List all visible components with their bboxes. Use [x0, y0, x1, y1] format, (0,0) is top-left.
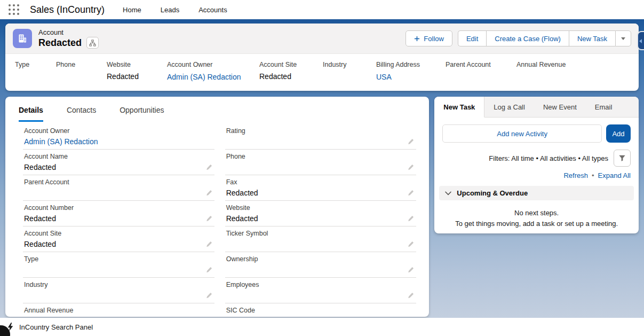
- edit-icon[interactable]: [407, 190, 414, 197]
- field-value: [226, 265, 416, 275]
- edit-icon[interactable]: [205, 241, 212, 248]
- filters-summary: Filters: All time • All activities • All…: [489, 154, 608, 162]
- refresh-link[interactable]: Refresh: [563, 171, 588, 179]
- field-label: Annual Revenue: [24, 307, 213, 314]
- detail-fields: Account OwnerAdmin (SA) RedactionAccount…: [5, 122, 429, 317]
- nav-tab-leads[interactable]: Leads: [161, 6, 179, 14]
- tab-contacts[interactable]: Contacts: [67, 106, 96, 122]
- field-value: [24, 291, 213, 300]
- edit-icon[interactable]: [407, 241, 414, 248]
- detail-field-row: Ownership: [225, 252, 417, 278]
- record-tab-bar: Details Contacts Opportunities: [5, 97, 429, 122]
- tab-details[interactable]: Details: [19, 106, 43, 122]
- detail-field-row: Industry: [23, 278, 214, 303]
- details-card: Details Contacts Opportunities Account O…: [5, 97, 429, 317]
- field-value: Redacted: [226, 214, 416, 223]
- record-header-card: Account Redacted: [5, 24, 639, 91]
- highlight-value-link[interactable]: Admin (SA) Redaction: [167, 73, 241, 81]
- tab-log-a-call[interactable]: Log a Call: [484, 97, 534, 117]
- field-label: Rating: [226, 127, 416, 135]
- field-value-link[interactable]: Admin (SA) Redaction: [24, 137, 98, 146]
- section-title: Upcoming & Overdue: [457, 189, 528, 197]
- edit-icon[interactable]: [407, 164, 414, 171]
- detail-field-row: Employees: [225, 278, 417, 303]
- field-label: Account Name: [24, 153, 213, 160]
- highlight-value: Redacted: [107, 72, 167, 81]
- nav-tab-accounts[interactable]: Accounts: [198, 6, 227, 14]
- edit-icon[interactable]: [407, 292, 414, 299]
- entity-label: Account: [38, 28, 99, 36]
- create-case-button[interactable]: Create a Case (Flow): [486, 30, 569, 46]
- field-value: Redacted: [24, 163, 213, 172]
- highlight-label: Website: [107, 61, 167, 68]
- detail-field-row: Account SiteRedacted: [23, 226, 214, 252]
- detail-field-row: Type: [23, 252, 214, 278]
- plus-icon: [414, 36, 420, 42]
- edit-icon[interactable]: [205, 292, 212, 299]
- tab-opportunities[interactable]: Opportunities: [120, 106, 164, 122]
- more-actions-button[interactable]: [615, 30, 631, 46]
- hierarchy-icon: [89, 40, 96, 46]
- activity-panel: New Task Log a Call New Event Email Add …: [434, 97, 639, 233]
- side-panel-handle[interactable]: [637, 31, 644, 50]
- tab-new-event[interactable]: New Event: [534, 97, 586, 117]
- chevron-down-icon: [621, 37, 625, 40]
- highlight-value: Redacted: [259, 72, 323, 81]
- field-label: Parent Account: [24, 178, 213, 186]
- detail-field-row: Account OwnerAdmin (SA) Redaction: [23, 124, 214, 150]
- building-icon: [17, 33, 28, 44]
- app-title: Sales (InCountry): [30, 4, 105, 15]
- highlight-field: Industry: [323, 61, 376, 82]
- highlight-label: Industry: [323, 61, 376, 68]
- edit-icon[interactable]: [205, 190, 212, 197]
- incountry-search-panel-bar[interactable]: InCountry Search Panel: [0, 318, 644, 336]
- tab-email[interactable]: Email: [586, 97, 622, 117]
- activity-composer: Add new Activity Add: [434, 118, 639, 143]
- nav-tab-bar: Home Leads Accounts: [123, 6, 227, 14]
- field-value: Redacted: [226, 189, 416, 198]
- field-label: Account Owner: [24, 127, 213, 135]
- highlight-label: Annual Revenue: [516, 61, 581, 68]
- activity-links-row: Refresh • Expand All: [434, 167, 639, 179]
- field-value: [226, 291, 416, 300]
- add-button[interactable]: Add: [606, 124, 631, 143]
- add-new-activity-field[interactable]: Add new Activity: [442, 124, 602, 143]
- new-task-button[interactable]: New Task: [569, 30, 615, 46]
- detail-field-row: Annual Revenue: [23, 303, 214, 317]
- record-title-band: Account Redacted: [5, 24, 639, 54]
- nav-tab-home[interactable]: Home: [123, 6, 141, 14]
- upcoming-overdue-section-header[interactable]: Upcoming & Overdue: [439, 186, 634, 200]
- activity-tab-bar: New Task Log a Call New Event Email: [434, 97, 639, 118]
- page-title: Redacted: [38, 37, 82, 49]
- field-value: [226, 137, 416, 146]
- field-label: Account Number: [24, 204, 213, 212]
- highlight-label: Account Site: [259, 61, 323, 68]
- edit-icon[interactable]: [205, 215, 212, 222]
- filter-button[interactable]: [614, 150, 631, 167]
- account-entity-icon: [13, 29, 32, 48]
- field-label: Account Site: [24, 230, 213, 237]
- app-launcher-icon[interactable]: [7, 3, 20, 16]
- highlight-label: Phone: [56, 61, 107, 68]
- highlight-value-link[interactable]: USA: [376, 73, 392, 81]
- funnel-icon: [618, 154, 626, 162]
- account-hierarchy-button[interactable]: [86, 37, 99, 49]
- follow-button[interactable]: Follow: [406, 30, 452, 46]
- highlight-field: Parent Account: [446, 61, 516, 82]
- tab-new-task[interactable]: New Task: [434, 97, 484, 118]
- edit-icon[interactable]: [407, 138, 414, 145]
- edit-icon[interactable]: [407, 215, 414, 222]
- field-label: SIC Code: [226, 307, 416, 314]
- edit-icon[interactable]: [205, 267, 212, 274]
- detail-field-row: WebsiteRedacted: [225, 201, 417, 226]
- edit-icon[interactable]: [205, 164, 212, 171]
- highlight-field: Account SiteRedacted: [259, 61, 323, 82]
- field-label: Employees: [226, 281, 416, 288]
- edit-button[interactable]: Edit: [458, 30, 486, 46]
- highlight-label: Parent Account: [446, 61, 516, 68]
- expand-all-link[interactable]: Expand All: [598, 171, 631, 179]
- detail-field-row: Account NumberRedacted: [23, 201, 214, 226]
- chevron-down-icon: [445, 191, 451, 196]
- field-value: [24, 265, 213, 275]
- edit-icon[interactable]: [407, 267, 414, 274]
